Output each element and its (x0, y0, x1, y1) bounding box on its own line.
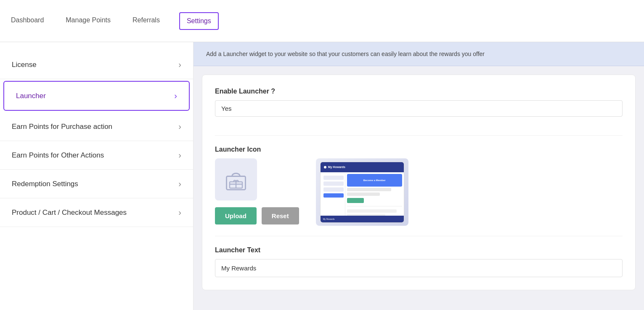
mock-header-title: My Howards (328, 166, 345, 168)
tab-manage-points[interactable]: Manage Points (63, 0, 113, 42)
chevron-right-icon: › (174, 91, 177, 101)
mock-ui-preview: My Howards Become a Member (320, 162, 404, 223)
launcher-icon-section: Upload Reset My Howards (215, 158, 623, 226)
mock-footer-text: My Rewards (323, 218, 335, 220)
tab-referrals[interactable]: Referrals (130, 0, 162, 42)
enable-launcher-section: Enable Launcher ? Yes No (215, 88, 623, 125)
sidebar-label-license: License (12, 61, 37, 69)
sidebar-item-license[interactable]: License › (0, 51, 193, 79)
mock-header: My Howards (321, 162, 404, 172)
content-area: Add a Launcher widget to your website so… (193, 42, 644, 310)
tab-dashboard[interactable]: Dashboard (8, 0, 46, 42)
tab-settings[interactable]: Settings (179, 12, 219, 30)
mock-banner: Become a Member (347, 174, 402, 187)
divider (347, 206, 402, 206)
mock-row (347, 209, 397, 213)
divider-2 (215, 236, 623, 236)
icon-preview (215, 158, 257, 200)
upload-reset-buttons: Upload Reset (215, 207, 299, 224)
mock-row (347, 188, 391, 191)
sidebar-item-redemption[interactable]: Redemption Settings › (0, 170, 193, 198)
icon-upload-area: Upload Reset (215, 158, 299, 224)
chevron-right-icon: › (178, 150, 181, 160)
top-nav: Dashboard Manage Points Referrals Settin… (0, 0, 644, 42)
info-banner: Add a Launcher widget to your website so… (193, 42, 644, 66)
reset-button[interactable]: Reset (262, 207, 299, 224)
mock-dot (324, 166, 326, 168)
sidebar-item-earn-other[interactable]: Earn Points for Other Actions › (0, 141, 193, 170)
sidebar-label-earn-purchase: Earn Points for Purchase action (12, 123, 112, 131)
upload-button[interactable]: Upload (215, 207, 257, 224)
chevron-right-icon: › (178, 208, 181, 217)
mock-footer-bar: My Rewards (321, 216, 404, 222)
info-banner-text: Add a Launcher widget to your website so… (206, 51, 485, 57)
sidebar-label-earn-other: Earn Points for Other Actions (12, 151, 104, 160)
launcher-preview-image: My Howards Become a Member (316, 158, 408, 226)
sidebar: License › Launcher › Earn Points for Pur… (0, 42, 193, 310)
mock-row (347, 192, 380, 196)
enable-launcher-label: Enable Launcher ? (215, 88, 623, 95)
sidebar-item-launcher[interactable]: Launcher › (3, 81, 190, 111)
mock-banner-text: Become a Member (363, 179, 386, 182)
mock-sidebar-mini (322, 174, 345, 221)
sidebar-item-product-cart[interactable]: Product / Cart / Checkout Messages › (0, 198, 193, 227)
enable-launcher-select[interactable]: Yes No (215, 100, 623, 117)
sidebar-label-product-cart: Product / Cart / Checkout Messages (12, 208, 127, 217)
chevron-right-icon: › (178, 179, 181, 189)
mock-main-mini: Become a Member (347, 174, 402, 221)
launcher-text-label: Launcher Text (215, 246, 623, 254)
chevron-right-icon: › (178, 122, 181, 131)
mock-join-button (347, 198, 364, 203)
nav-tabs: Dashboard Manage Points Referrals Settin… (8, 0, 219, 42)
divider (215, 135, 623, 136)
chevron-right-icon: › (178, 60, 181, 69)
launcher-text-input[interactable] (215, 259, 623, 277)
launcher-icon-label: Launcher Icon (215, 146, 623, 153)
sidebar-label-launcher: Launcher (16, 92, 46, 100)
main-layout: License › Launcher › Earn Points for Pur… (0, 42, 644, 310)
launcher-text-section: Launcher Text (215, 246, 623, 277)
mock-body: Become a Member (321, 172, 404, 222)
sidebar-label-redemption: Redemption Settings (12, 180, 78, 188)
sidebar-item-earn-purchase[interactable]: Earn Points for Purchase action › (0, 112, 193, 141)
settings-card: Enable Launcher ? Yes No Launcher Icon (202, 75, 636, 290)
bag-gift-icon (223, 167, 249, 192)
